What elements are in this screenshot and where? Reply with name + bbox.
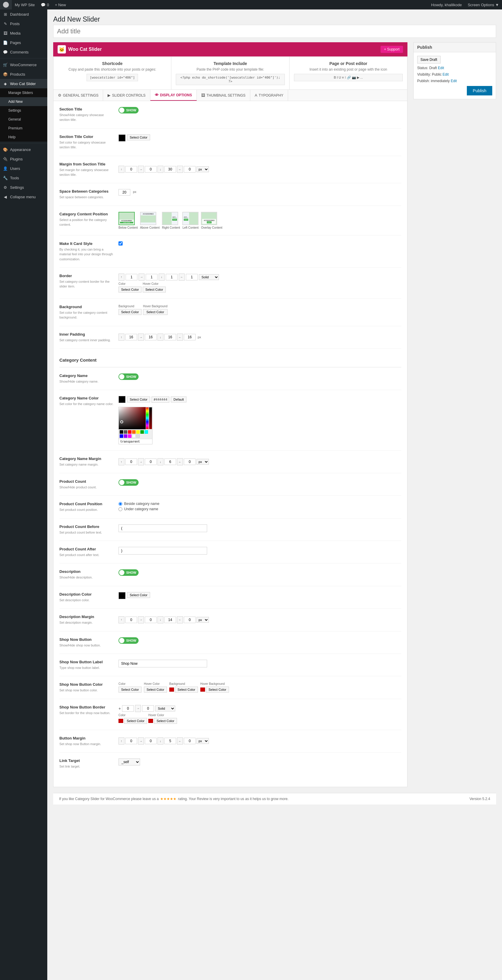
sidebar-item-settings-main[interactable]: ⚙ Settings [0,183,47,192]
sidebar-item-plugins[interactable]: 🔌 Plugins [0,154,47,164]
tab-slider[interactable]: ▶ SLIDER CONTROLS [103,90,150,101]
margin-bottom-arrow[interactable]: ↓ [158,166,163,173]
swatch-darkgray[interactable] [124,430,127,434]
desc-margin-right-arrow[interactable]: → [138,616,144,624]
cat-margin-left-arrow[interactable]: ← [177,458,183,465]
tab-general[interactable]: ⚙ GENERAL SETTINGS [54,90,103,101]
save-draft-button[interactable]: Save Draft [417,56,441,64]
admin-bar-site[interactable]: My WP Site [12,0,38,10]
swatch-orange[interactable] [132,430,135,434]
product-count-toggle[interactable]: SHOW [118,479,139,486]
shortcode-code[interactable]: [woocatslider id="406"] [86,74,138,81]
cat-margin-bottom-input[interactable] [164,458,176,465]
sidebar-item-products[interactable]: 📦 Products [0,70,47,79]
padding-right-input[interactable] [145,334,156,340]
category-name-toggle[interactable]: SHOW [118,374,139,380]
btn-margin-right-input[interactable] [145,738,156,744]
admin-bar-logo[interactable] [0,0,12,10]
shop-now-hover-bg-preview[interactable] [200,687,205,692]
swatch-blue[interactable] [120,434,123,438]
margin-left-arrow[interactable]: ← [177,166,183,173]
border-left-input[interactable] [186,274,198,280]
sidebar-subitem-general[interactable]: General [0,115,47,124]
cat-pos-above[interactable]: ACCESSORIES Above Content [140,212,159,229]
admin-bar-user[interactable]: Howdy, khalilkode [428,0,465,10]
admin-bar-comments[interactable]: 💬 0 [38,0,52,10]
sidebar-item-tools[interactable]: 🔧 Tools [0,173,47,183]
shop-now-label-input[interactable] [118,660,207,667]
cat-name-default-btn[interactable]: Default [171,396,186,402]
tab-typography[interactable]: A TYPOGRAPHY [250,90,288,101]
admin-bar-screen-options[interactable]: Screen Options ▼ [465,0,502,10]
border-bottom-input[interactable] [166,274,178,280]
btn-margin-left-arrow[interactable]: ← [177,737,183,745]
description-toggle[interactable]: SHOW [118,570,139,576]
desc-margin-left-input[interactable] [184,617,196,623]
cat-pos-left[interactable]: ACC... SHOP Left Content [182,212,199,229]
padding-bottom-arrow[interactable]: ↓ [158,334,163,340]
sidebar-item-collapse[interactable]: ◀ Collapse menu [0,192,47,202]
border-color-btn[interactable]: Select Color [118,286,142,293]
btn-margin-top-input[interactable] [125,738,137,744]
cat-pos-right[interactable]: ACC... SHOP Right Content [162,212,180,229]
tab-display[interactable]: 👁 DISPLAY OPTIONS [150,90,197,101]
padding-top-input[interactable] [125,334,137,340]
margin-unit-select[interactable]: px em % [196,166,209,172]
cat-margin-top-input[interactable] [125,458,137,465]
swatch-purple[interactable] [124,434,127,438]
spectrum-bar[interactable] [146,407,149,429]
sidebar-subitem-premium[interactable]: Premium [0,124,47,133]
snb-color-btn[interactable]: Select Color [124,718,147,724]
swatch-green[interactable] [140,430,144,434]
radio-under-input[interactable] [118,507,122,511]
btn-margin-unit-select[interactable]: px em [196,738,209,744]
sidebar-subitem-manage[interactable]: Manage Sliders [0,88,47,97]
shop-now-hover-bg-btn[interactable]: Select Color [206,687,229,692]
cat-margin-top-arrow[interactable]: ↑ [118,458,124,465]
border-style-select[interactable]: Solid Dashed Dotted None [199,274,219,280]
desc-margin-left-arrow[interactable]: ← [177,616,183,624]
shop-now-border-plus[interactable]: + [118,706,121,711]
sidebar-item-users[interactable]: 👤 Users [0,164,47,173]
desc-color-btn[interactable]: Select Color [127,592,150,598]
visibility-edit-link[interactable]: Edit [443,72,449,76]
background-color-btn[interactable]: Select Color [118,309,142,315]
swatch-red[interactable] [128,430,131,434]
publish-button[interactable]: Publish [467,86,492,95]
support-button[interactable]: + Support [381,46,403,53]
cat-pos-overlay[interactable]: ACCESSORIES SHOP Overlay Content [201,212,222,229]
footer-stars[interactable]: ★★★★★ [160,797,176,801]
swatch-magenta[interactable] [128,434,131,438]
sidebar-item-media[interactable]: 🖼 Media [0,29,47,38]
margin-bottom-input[interactable] [164,166,176,173]
swatch-white[interactable] [132,434,135,438]
border-top-input[interactable] [126,274,137,280]
btn-margin-bottom-arrow[interactable]: ↓ [158,737,163,745]
sidebar-item-pages[interactable]: 📄 Pages [0,38,47,47]
cat-margin-right-arrow[interactable]: → [138,458,144,465]
margin-top-input[interactable] [125,166,137,173]
margin-top-arrow-up[interactable]: ↑ [118,166,124,173]
sidebar-item-woocommerce[interactable]: 🛒 WooCommerce [0,60,47,70]
status-edit-link[interactable]: Edit [438,66,444,70]
product-count-after-input[interactable] [118,547,207,555]
cat-pos-below[interactable]: ACCESSORIES SHOP NOW Below Content [118,212,138,229]
cat-margin-left-input[interactable] [184,458,196,465]
cat-name-color-preview[interactable] [118,396,126,403]
border-hover-color-btn[interactable]: Select Color [143,286,166,293]
sidebar-subitem-add-new[interactable]: Add New [0,97,47,106]
desc-margin-top-arrow[interactable]: ↑ [118,616,124,624]
border-left-arrow[interactable]: ← [179,274,185,281]
shop-now-color-btn[interactable]: Select Color [118,687,142,692]
dark-bar[interactable] [149,407,152,429]
publish-time-edit-link[interactable]: Edit [451,79,457,83]
btn-margin-right-arrow[interactable]: → [138,737,144,745]
section-title-toggle[interactable]: SHOW [118,107,139,113]
product-count-before-input[interactable] [118,524,207,532]
padding-bottom-input[interactable] [164,334,176,340]
desc-color-preview[interactable] [118,592,126,599]
cat-margin-right-input[interactable] [145,458,156,465]
space-between-input[interactable] [118,189,130,196]
snb-hover-color-preview[interactable] [148,719,153,723]
swatch-black[interactable] [120,430,123,434]
